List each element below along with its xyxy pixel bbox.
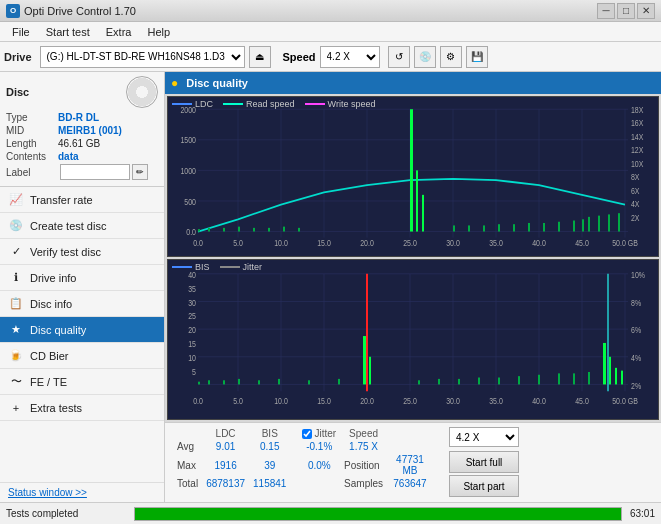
position-label: Position — [340, 453, 387, 477]
svg-text:5: 5 — [192, 366, 196, 377]
chart2-svg: 40 35 30 25 20 15 10 5 10% 8% 6% 4% 2% 0… — [168, 260, 658, 419]
nav-verify-test-disc[interactable]: ✓ Verify test disc — [0, 239, 164, 265]
svg-rect-99 — [518, 376, 520, 384]
status-window-link[interactable]: Status window >> — [0, 482, 164, 502]
label-edit-button[interactable]: ✏ — [132, 164, 148, 180]
maximize-button[interactable]: □ — [617, 3, 635, 19]
nav-disc-quality[interactable]: ★ Disc quality — [0, 317, 164, 343]
nav-cd-bier-label: CD Bier — [30, 350, 69, 362]
nav-disc-info[interactable]: 📋 Disc info — [0, 291, 164, 317]
refresh-button[interactable]: ↺ — [388, 46, 410, 68]
avg-jitter: -0.1% — [298, 440, 340, 453]
start-part-button[interactable]: Start part — [449, 475, 519, 497]
ldc-legend: LDC — [195, 99, 213, 109]
svg-text:14X: 14X — [631, 132, 644, 142]
svg-rect-101 — [558, 373, 560, 384]
status-bar: Tests completed 63:01 — [0, 502, 661, 524]
app-title: Opti Drive Control 1.70 — [24, 5, 136, 17]
start-full-button[interactable]: Start full — [449, 451, 519, 473]
minimize-button[interactable]: ─ — [597, 3, 615, 19]
svg-rect-25 — [416, 170, 418, 231]
nav-drive-info-label: Drive info — [30, 272, 76, 284]
mid-label: MID — [6, 125, 58, 136]
nav-extra-tests[interactable]: + Extra tests — [0, 395, 164, 421]
content-area: ● Disc quality LDC Read speed — [165, 72, 661, 502]
svg-rect-30 — [498, 224, 500, 231]
svg-rect-84 — [198, 382, 200, 385]
svg-text:35.0: 35.0 — [489, 239, 503, 249]
eject-button[interactable]: ⏏ — [249, 46, 271, 68]
svg-rect-106 — [615, 368, 617, 385]
menu-file[interactable]: File — [4, 24, 38, 40]
menu-help[interactable]: Help — [139, 24, 178, 40]
th-speed: Speed — [340, 427, 387, 440]
nav-fe-te-label: FE / TE — [30, 376, 67, 388]
avg-bis: 0.15 — [249, 440, 290, 453]
svg-rect-28 — [468, 225, 470, 231]
mid-value: MEIRB1 (001) — [58, 125, 122, 136]
svg-text:0.0: 0.0 — [186, 228, 196, 238]
nav-transfer-rate[interactable]: 📈 Transfer rate — [0, 187, 164, 213]
label-input[interactable] — [60, 164, 130, 180]
svg-text:4%: 4% — [631, 352, 642, 363]
svg-text:20: 20 — [188, 324, 196, 335]
nav-fe-te[interactable]: 〜 FE / TE — [0, 369, 164, 395]
svg-text:25: 25 — [188, 310, 196, 321]
save-button[interactable]: 💾 — [466, 46, 488, 68]
samples-value: 763647 — [387, 477, 433, 490]
svg-rect-24 — [410, 109, 413, 231]
svg-text:10%: 10% — [631, 269, 645, 280]
settings-button[interactable]: ⚙ — [440, 46, 462, 68]
svg-text:30: 30 — [188, 296, 196, 307]
close-button[interactable]: ✕ — [637, 3, 655, 19]
svg-rect-19 — [238, 227, 240, 232]
svg-rect-87 — [238, 379, 240, 385]
svg-rect-96 — [458, 379, 460, 385]
svg-text:20.0: 20.0 — [360, 239, 374, 249]
app-icon: O — [6, 4, 20, 18]
samples-label: Samples — [340, 477, 387, 490]
svg-text:18X: 18X — [631, 105, 644, 115]
nav-drive-info[interactable]: ℹ Drive info — [0, 265, 164, 291]
svg-rect-95 — [438, 379, 440, 385]
jitter-checkbox[interactable] — [302, 429, 312, 439]
svg-text:500: 500 — [184, 197, 196, 207]
svg-rect-17 — [208, 228, 210, 232]
transfer-rate-icon: 📈 — [8, 192, 24, 208]
svg-rect-18 — [223, 228, 225, 232]
svg-text:0.0: 0.0 — [193, 239, 203, 249]
svg-rect-104 — [603, 343, 606, 384]
menu-extra[interactable]: Extra — [98, 24, 140, 40]
drive-select[interactable]: (G:) HL-DT-ST BD-RE WH16NS48 1.D3 — [40, 46, 245, 68]
svg-text:30.0: 30.0 — [446, 239, 460, 249]
stats-speed-select[interactable]: 4.2 X — [449, 427, 519, 447]
title-bar-left: O Opti Drive Control 1.70 — [6, 4, 136, 18]
svg-text:2%: 2% — [631, 379, 642, 390]
speed-label: Speed — [283, 51, 316, 63]
speed-select[interactable]: 4.2 X — [320, 46, 380, 68]
svg-text:15.0: 15.0 — [317, 239, 331, 249]
disc-button[interactable]: 💿 — [414, 46, 436, 68]
disc-panel: Disc Type BD-R DL MID MEIRB1 (001) Lengt… — [0, 72, 164, 187]
menu-start-test[interactable]: Start test — [38, 24, 98, 40]
svg-text:15.0: 15.0 — [317, 395, 331, 406]
disc-quality-icon: ★ — [8, 322, 24, 338]
nav-create-test-disc[interactable]: 💿 Create test disc — [0, 213, 164, 239]
status-text: Tests completed — [6, 508, 126, 519]
write-speed-legend: Write speed — [328, 99, 376, 109]
svg-text:5.0: 5.0 — [233, 395, 243, 406]
th-bis: BIS — [249, 427, 290, 440]
fe-te-icon: 〜 — [8, 374, 24, 390]
nav-extra-tests-label: Extra tests — [30, 402, 82, 414]
svg-rect-89 — [278, 379, 280, 385]
svg-text:6%: 6% — [631, 324, 642, 335]
svg-text:16X: 16X — [631, 119, 644, 129]
svg-rect-36 — [582, 219, 584, 231]
nav-cd-bier[interactable]: 🍺 CD Bier — [0, 343, 164, 369]
svg-text:50.0 GB: 50.0 GB — [612, 239, 638, 249]
svg-text:30.0: 30.0 — [446, 395, 460, 406]
avg-ldc: 9.01 — [202, 440, 249, 453]
svg-text:1000: 1000 — [180, 166, 196, 176]
svg-text:12X: 12X — [631, 146, 644, 156]
svg-text:0.0: 0.0 — [193, 395, 203, 406]
